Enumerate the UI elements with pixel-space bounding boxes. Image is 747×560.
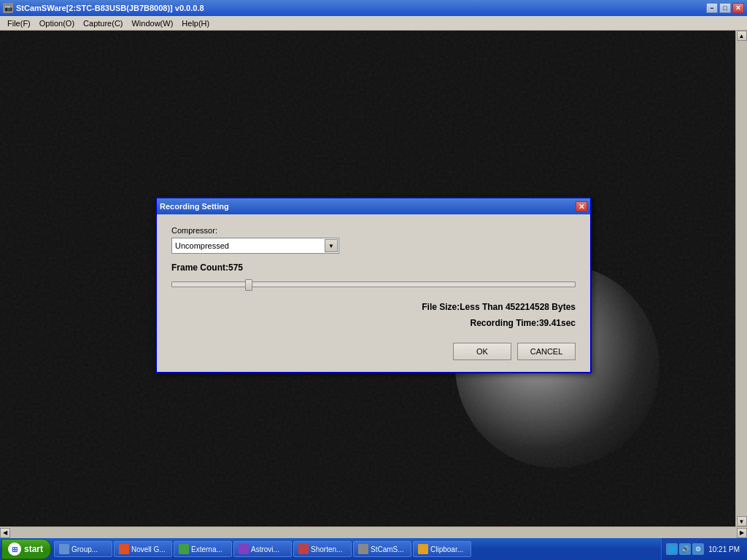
cancel-button[interactable]: CANCEL bbox=[517, 343, 576, 360]
menu-file[interactable]: File(F) bbox=[3, 18, 35, 29]
start-label: start bbox=[24, 544, 43, 554]
menu-window[interactable]: Window(W) bbox=[127, 18, 177, 29]
taskbar: ⊞ start Group... Novell G... Externa... … bbox=[0, 538, 747, 560]
systray-sound-icon: 🔊 bbox=[679, 543, 691, 555]
taskbar-item-external[interactable]: Externa... bbox=[174, 541, 232, 557]
scroll-track-horizontal[interactable] bbox=[10, 527, 737, 538]
compressor-select-wrapper: Uncompressed ▼ bbox=[171, 238, 339, 254]
taskbar-item-icon-novell bbox=[119, 544, 129, 554]
slider-track[interactable] bbox=[171, 281, 576, 287]
scroll-left-arrow[interactable]: ◀ bbox=[0, 528, 10, 538]
main-content: ▲ ▼ Recording Setting ✕ Compressor: Unco… bbox=[0, 31, 747, 526]
taskbar-item-icon-group bbox=[59, 544, 69, 554]
dialog-body: Compressor: Uncompressed ▼ Frame Count:5… bbox=[157, 214, 590, 372]
recording-time-row: Recording Time:39.41sec bbox=[171, 318, 576, 328]
dialog-title: Recording Setting bbox=[160, 202, 229, 211]
taskbar-item-astrovi[interactable]: Astrovi... bbox=[233, 541, 292, 557]
start-button[interactable]: ⊞ start bbox=[1, 539, 51, 559]
slider-thumb[interactable] bbox=[245, 279, 252, 291]
ok-button[interactable]: OK bbox=[453, 343, 511, 360]
title-bar: 📷 StCamSWare[2:STC-B83USB(JB7B8008)] v0.… bbox=[0, 0, 747, 16]
minimize-button[interactable]: − bbox=[706, 3, 718, 13]
app-window: 📷 StCamSWare[2:STC-B83USB(JB7B8008)] v0.… bbox=[0, 0, 747, 560]
taskbar-item-clipboar[interactable]: Clipboar... bbox=[413, 541, 471, 557]
taskbar-item-label-shorten: Shorten... bbox=[311, 545, 342, 553]
app-icon: 📷 bbox=[3, 3, 13, 13]
file-size-row: File Size:Less Than 452214528 Bytes bbox=[171, 302, 576, 312]
systray-time: 10:21 PM bbox=[705, 545, 743, 553]
taskbar-item-label-stcams: StCamS... bbox=[371, 545, 404, 553]
dialog-title-bar: Recording Setting ✕ bbox=[157, 198, 590, 214]
taskbar-item-stcams[interactable]: StCamS... bbox=[353, 541, 411, 557]
taskbar-item-icon-external bbox=[179, 544, 189, 554]
right-scrollbar[interactable]: ▲ ▼ bbox=[735, 31, 747, 526]
systray-network-icon: 🌐 bbox=[666, 543, 678, 555]
title-bar-left: 📷 StCamSWare[2:STC-B83USB(JB7B8008)] v0.… bbox=[3, 3, 204, 13]
taskbar-item-novell[interactable]: Novell G... bbox=[114, 541, 172, 557]
bottom-scrollbar[interactable]: ◀ ▶ bbox=[0, 526, 747, 538]
compressor-label: Compressor: bbox=[171, 226, 576, 235]
taskbar-item-label-astrovi: Astrovi... bbox=[251, 545, 279, 553]
dialog-close-button[interactable]: ✕ bbox=[576, 201, 587, 211]
menu-bar: File(F) Option(O) Capture(C) Window(W) H… bbox=[0, 16, 747, 31]
recording-setting-dialog: Recording Setting ✕ Compressor: Uncompre… bbox=[155, 197, 592, 373]
taskbar-item-label-external: Externa... bbox=[191, 545, 222, 553]
compressor-select[interactable]: Uncompressed bbox=[171, 238, 339, 254]
dialog-buttons: OK CANCEL bbox=[171, 343, 576, 360]
system-tray: 🌐 🔊 ⚙ 10:21 PM bbox=[661, 538, 747, 560]
taskbar-item-group[interactable]: Group... bbox=[54, 541, 112, 557]
windows-logo-icon: ⊞ bbox=[8, 542, 21, 556]
menu-help[interactable]: Help(H) bbox=[177, 18, 214, 29]
taskbar-items: Group... Novell G... Externa... Astrovi.… bbox=[51, 541, 661, 557]
scroll-up-arrow[interactable]: ▲ bbox=[737, 31, 747, 41]
taskbar-item-label-novell: Novell G... bbox=[131, 545, 166, 553]
file-size-text: File Size:Less Than 452214528 Bytes bbox=[422, 302, 576, 312]
title-bar-controls: − □ ✕ bbox=[706, 3, 744, 13]
scroll-track-vertical[interactable] bbox=[736, 41, 747, 516]
scroll-right-arrow[interactable]: ▶ bbox=[737, 528, 747, 538]
recording-time-text: Recording Time:39.41sec bbox=[470, 318, 576, 328]
taskbar-item-icon-astrovi bbox=[239, 544, 249, 554]
frame-count-row: Frame Count:575 bbox=[171, 262, 576, 273]
menu-option[interactable]: Option(O) bbox=[35, 18, 79, 29]
frame-count-text: Frame Count:575 bbox=[171, 262, 243, 273]
taskbar-item-icon-clipboar bbox=[418, 544, 428, 554]
close-button[interactable]: ✕ bbox=[732, 3, 744, 13]
taskbar-item-icon-stcams bbox=[358, 544, 368, 554]
scroll-down-arrow[interactable]: ▼ bbox=[737, 516, 747, 526]
menu-capture[interactable]: Capture(C) bbox=[79, 18, 127, 29]
taskbar-item-label-clipboar: Clipboar... bbox=[430, 545, 463, 553]
restore-button[interactable]: □ bbox=[719, 3, 731, 13]
slider-container bbox=[171, 279, 576, 290]
taskbar-item-label-group: Group... bbox=[71, 545, 98, 553]
taskbar-item-shorten[interactable]: Shorten... bbox=[293, 541, 352, 557]
taskbar-item-icon-shorten bbox=[298, 544, 309, 554]
app-title: StCamSWare[2:STC-B83USB(JB7B8008)] v0.0.… bbox=[16, 4, 204, 12]
compressor-row: Compressor: Uncompressed ▼ bbox=[171, 226, 576, 254]
systray-misc-icon: ⚙ bbox=[692, 543, 704, 555]
